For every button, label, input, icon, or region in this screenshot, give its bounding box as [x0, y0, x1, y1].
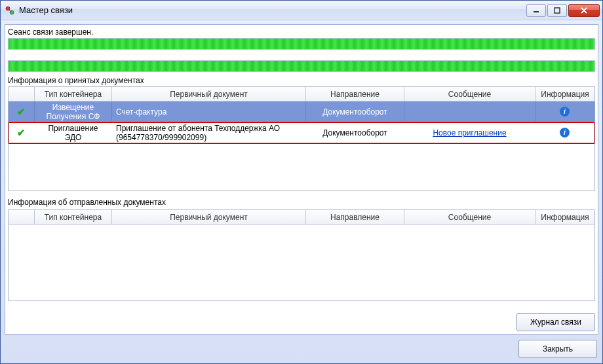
col-info-header[interactable]: Информация: [535, 87, 594, 101]
content-panel: Сеанс связи завершен. Информация о приня…: [5, 24, 598, 335]
maximize-button[interactable]: [547, 4, 567, 17]
app-icon: [5, 5, 15, 16]
col-doc-header[interactable]: Первичный документ: [112, 87, 306, 101]
checkmark-icon: ✔: [17, 127, 26, 139]
sent-grid: Тип контейнера Первичный документ Направ…: [8, 209, 595, 301]
connection-wizard-window: Мастер связи Сеанс связи завершен. Инфор…: [0, 0, 603, 364]
type-cell: Приглашение ЭДО: [35, 122, 112, 143]
col-msg-header[interactable]: Сообщение: [404, 87, 535, 101]
col-doc-header[interactable]: Первичный документ: [112, 210, 306, 224]
col-status-header[interactable]: [9, 210, 35, 224]
dir-cell: Документооборот: [306, 101, 404, 122]
close-button[interactable]: Закрыть: [518, 340, 597, 358]
info-cell: i: [535, 122, 594, 143]
progress-bar-1: [8, 38, 595, 50]
titlebar-buttons: [526, 4, 600, 17]
checkmark-icon: ✔: [17, 106, 26, 118]
msg-cell: Новое приглашение: [404, 122, 535, 143]
connection-log-button[interactable]: Журнал связи: [516, 313, 595, 331]
col-type-header[interactable]: Тип контейнера: [35, 210, 112, 224]
doc-cell: Приглашение от абонента Техподдержка АО …: [112, 122, 306, 143]
close-window-button[interactable]: [568, 4, 600, 17]
status-cell: ✔: [9, 101, 35, 122]
received-grid-body: ✔ Извещение Получения СФ Счет-фактура До…: [9, 101, 594, 191]
sent-section-label: Информация об отправленных документах: [5, 196, 598, 208]
svg-rect-3: [554, 8, 560, 13]
type-cell: Извещение Получения СФ: [35, 101, 112, 122]
col-dir-header[interactable]: Направление: [306, 210, 404, 224]
session-status-label: Сеанс связи завершен.: [5, 25, 598, 38]
sent-grid-header: Тип контейнера Первичный документ Направ…: [9, 210, 594, 225]
table-row[interactable]: ✔ Извещение Получения СФ Счет-фактура До…: [9, 101, 594, 122]
new-invitation-link[interactable]: Новое приглашение: [433, 128, 506, 137]
table-row[interactable]: ✔ Приглашение ЭДО Приглашение от абонент…: [9, 122, 594, 143]
progress-bar-2: [8, 60, 595, 72]
col-type-header[interactable]: Тип контейнера: [35, 87, 112, 101]
received-grid-header: Тип контейнера Первичный документ Направ…: [9, 87, 594, 101]
info-cell: i: [535, 101, 594, 122]
col-dir-header[interactable]: Направление: [306, 87, 404, 101]
window-title: Мастер связи: [19, 5, 526, 15]
doc-cell: Счет-фактура: [112, 101, 306, 122]
titlebar: Мастер связи: [1, 1, 602, 20]
outer-footer: Закрыть: [1, 338, 602, 363]
info-icon[interactable]: i: [560, 107, 570, 117]
info-icon[interactable]: i: [560, 128, 570, 137]
dir-cell: Документооборот: [306, 122, 404, 143]
inner-footer: Журнал связи: [5, 308, 598, 334]
minimize-button[interactable]: [526, 4, 546, 17]
status-cell: ✔: [9, 122, 35, 143]
col-msg-header[interactable]: Сообщение: [404, 210, 535, 224]
col-info-header[interactable]: Информация: [535, 210, 594, 224]
sent-grid-body: [9, 225, 594, 300]
received-section-label: Информация о принятых документах: [5, 75, 598, 86]
col-status-header[interactable]: [9, 87, 35, 101]
received-grid: Тип контейнера Первичный документ Направ…: [8, 86, 595, 191]
msg-cell: [404, 101, 535, 122]
